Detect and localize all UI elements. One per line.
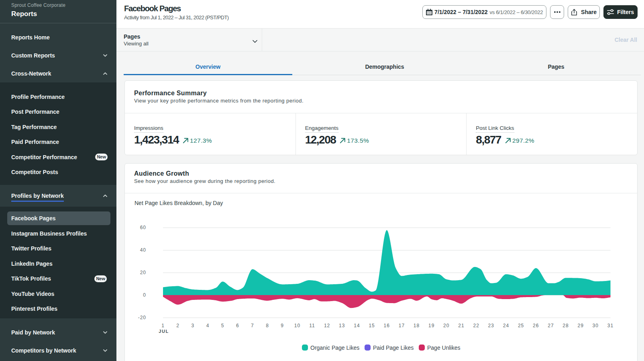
svg-text:16: 16: [384, 323, 390, 328]
svg-text:18: 18: [414, 323, 420, 328]
svg-text:9: 9: [281, 323, 284, 328]
svg-text:0: 0: [143, 292, 146, 298]
svg-text:13: 13: [339, 323, 345, 328]
svg-text:JUL: JUL: [159, 329, 169, 334]
svg-text:Organic Page Likes: Organic Page Likes: [310, 345, 359, 351]
svg-text:29: 29: [578, 323, 584, 328]
svg-text:8: 8: [266, 323, 269, 328]
svg-text:5: 5: [221, 323, 224, 328]
svg-text:26: 26: [533, 323, 539, 328]
svg-text:19: 19: [428, 323, 434, 328]
svg-text:17: 17: [399, 323, 405, 328]
svg-text:28: 28: [562, 323, 569, 328]
svg-text:4: 4: [206, 323, 210, 328]
svg-text:6: 6: [236, 323, 239, 328]
svg-text:20: 20: [140, 270, 146, 275]
svg-text:3: 3: [191, 323, 194, 328]
svg-text:7: 7: [251, 323, 254, 328]
svg-text:2: 2: [176, 323, 179, 328]
svg-text:10: 10: [294, 323, 300, 328]
svg-text:Page Unlikes: Page Unlikes: [427, 345, 461, 351]
svg-text:25: 25: [518, 323, 524, 328]
svg-text:20: 20: [443, 323, 449, 328]
svg-text:1: 1: [161, 323, 165, 328]
svg-text:22: 22: [473, 323, 479, 328]
svg-text:12: 12: [324, 323, 330, 328]
svg-text:21: 21: [458, 323, 464, 328]
svg-text:Paid Page Likes: Paid Page Likes: [373, 345, 414, 351]
svg-text:23: 23: [488, 323, 494, 328]
svg-text:40: 40: [140, 247, 146, 253]
svg-text:60: 60: [140, 225, 146, 230]
svg-text:31: 31: [607, 323, 613, 328]
svg-text:11: 11: [309, 323, 315, 328]
svg-text:24: 24: [503, 323, 509, 328]
svg-text:-20: -20: [138, 315, 146, 320]
svg-text:30: 30: [593, 323, 599, 328]
svg-text:15: 15: [369, 323, 375, 328]
svg-text:14: 14: [354, 323, 360, 328]
svg-text:27: 27: [548, 323, 554, 328]
